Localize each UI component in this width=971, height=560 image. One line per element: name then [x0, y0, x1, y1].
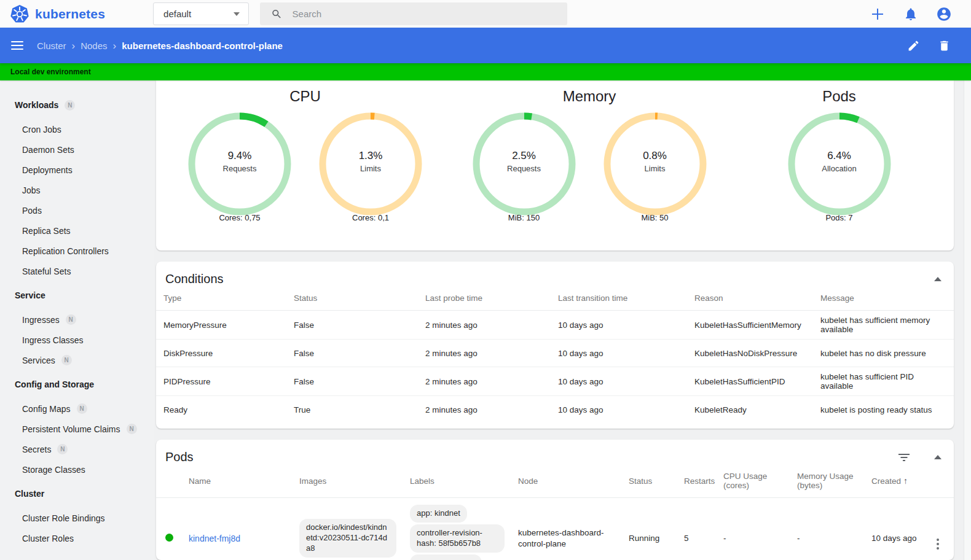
donut-row: 6.4%AllocationPods: 7	[788, 112, 891, 222]
breadcrumb-cluster[interactable]: Cluster	[37, 41, 66, 51]
donut-ring: 9.4%Requests	[188, 112, 291, 216]
pods-column-restarts[interactable]: Restarts	[677, 468, 716, 498]
donut-center-text: 0.8%Limits	[603, 107, 707, 216]
sidebar-item-stateful-sets[interactable]: Stateful Sets	[0, 261, 154, 281]
donut-label: Limits	[360, 164, 381, 173]
content: CPU9.4%RequestsCores: 0,751.3%LimitsCore…	[154, 80, 971, 560]
donut-ring: 0.8%Limits	[603, 112, 707, 216]
pods-column-label: Memory Usage (bytes)	[797, 472, 854, 490]
label-chip-row: controller-revision-hash: 58f5b657b8	[410, 524, 505, 553]
sidebar-item-config-maps[interactable]: Config MapsN	[0, 399, 154, 419]
pods-column-memory-usage-bytes[interactable]: Memory Usage (bytes)	[790, 468, 864, 498]
bell-icon	[903, 7, 918, 21]
sidebar-group-label: Service	[15, 290, 45, 300]
notifications-button[interactable]	[902, 6, 919, 23]
kubernetes-logo[interactable]: kubernetes	[10, 4, 105, 24]
donut-label: Allocation	[822, 164, 856, 173]
filter-icon[interactable]	[898, 454, 910, 461]
pods-column-label: Created	[871, 476, 901, 486]
pod-node-cell: kubernetes-dashboard-control-plane	[511, 498, 621, 560]
sidebar-item-secrets[interactable]: SecretsN	[0, 439, 154, 459]
label-chip: app: kindnet	[410, 505, 467, 523]
namespace-select[interactable]: default	[153, 2, 249, 25]
breadcrumb-nodes[interactable]: Nodes	[81, 41, 107, 51]
pod-labels-cell: app: kindnetcontroller-revision-hash: 58…	[403, 498, 511, 560]
conditions-cell: KubeletHasNoDiskPressure	[687, 340, 813, 367]
toolbar-actions	[905, 37, 960, 54]
conditions-cell: True	[286, 396, 418, 424]
pod-created-cell: 10 days ago	[864, 498, 929, 560]
pods-card: Pods NameImagesLabelsNodeStatusRestartsC…	[156, 440, 954, 560]
sidebar-item-storage-classes[interactable]: Storage Classes	[0, 459, 154, 480]
pods-column-created[interactable]: Created↑	[864, 468, 929, 498]
pods-column-label: Restarts	[684, 476, 715, 486]
delete-resource-button[interactable]	[935, 37, 953, 54]
logo-text: kubernetes	[35, 7, 105, 21]
conditions-column-reason: Reason	[687, 290, 813, 311]
create-resource-button[interactable]	[869, 6, 886, 23]
sidebar-item-ingresses[interactable]: IngressesN	[0, 309, 154, 330]
sidebar-item-replication-controllers[interactable]: Replication Controllers	[0, 241, 154, 261]
plus-icon	[872, 9, 883, 20]
pod-status-ok-icon	[165, 534, 173, 542]
pods-column-node[interactable]: Node	[511, 468, 621, 498]
pod-name-link[interactable]: kindnet-fmj8d	[189, 534, 240, 543]
pods-column-labels[interactable]: Labels	[403, 468, 511, 498]
edit-resource-button[interactable]	[905, 37, 922, 54]
sidebar-item-cluster-roles[interactable]: Cluster Roles	[0, 528, 154, 548]
scrollbar[interactable]	[964, 80, 971, 560]
sidebar-item-label: Secrets	[22, 445, 51, 454]
pods-column-cpu-usage-cores[interactable]: CPU Usage (cores)	[716, 468, 790, 498]
search-input[interactable]	[293, 9, 560, 19]
donut-row: 9.4%RequestsCores: 0,751.3%LimitsCores: …	[188, 112, 422, 222]
pods-column-images[interactable]: Images	[292, 468, 403, 498]
table-row: kindnet-fmj8ddocker.io/kindest/kindnetd:…	[156, 498, 954, 560]
collapse-pods-icon[interactable]	[934, 455, 942, 459]
pods-column-name[interactable]: Name	[181, 468, 292, 498]
search-bar	[260, 2, 567, 25]
sidebar-group-workloads[interactable]: WorkloadsN	[0, 95, 154, 115]
sidebar-item-cron-jobs[interactable]: Cron Jobs	[0, 119, 154, 139]
conditions-card: Conditions TypeStatusLast probe timeLast…	[156, 262, 954, 429]
sidebar-item-daemon-sets[interactable]: Daemon Sets	[0, 139, 154, 160]
app-header: kubernetes default	[0, 0, 971, 28]
sidebar-item-services[interactable]: ServicesN	[0, 350, 154, 370]
dropdown-caret-icon	[234, 12, 240, 16]
image-chip: docker.io/kindest/kindnetd:v20230511-dc7…	[299, 519, 396, 558]
conditions-cell: False	[286, 340, 418, 367]
pods-column-label: Name	[189, 476, 211, 486]
sidebar-group-config-and-storage[interactable]: Config and Storage	[0, 374, 154, 395]
sidebar-item-cluster-role-bindings[interactable]: Cluster Role Bindings	[0, 508, 154, 528]
table-row: ReadyTrue2 minutes ago10 days agoKubelet…	[156, 396, 954, 424]
sidebar-item-label: Cluster Roles	[22, 534, 74, 543]
conditions-cell: KubeletReady	[687, 396, 813, 424]
donut-chart-requests: 2.5%RequestsMiB: 150	[473, 112, 576, 222]
search-icon	[271, 8, 283, 20]
donut-ring: 2.5%Requests	[473, 112, 576, 216]
collapse-conditions-icon[interactable]	[934, 277, 942, 281]
donut-percent: 6.4%	[827, 150, 851, 162]
sidebar-item-label: Storage Classes	[22, 465, 85, 475]
pods-table: NameImagesLabelsNodeStatusRestartsCPU Us…	[156, 468, 954, 560]
sidebar-item-label: Cron Jobs	[22, 125, 61, 134]
user-account-button[interactable]	[935, 6, 953, 23]
sidebar-item-replica-sets[interactable]: Replica Sets	[0, 220, 154, 241]
sidebar-item-persistent-volume-claims[interactable]: Persistent Volume ClaimsN	[0, 419, 154, 439]
sidebar-item-pods[interactable]: Pods	[0, 200, 154, 220]
sidebar-item-jobs[interactable]: Jobs	[0, 180, 154, 200]
label-chip-row: k8s-app: kindnet	[410, 554, 505, 560]
sidebar-item-deployments[interactable]: Deployments	[0, 160, 154, 180]
conditions-cell: MemoryPressure	[156, 311, 286, 340]
menu-hamburger-button[interactable]	[11, 41, 23, 50]
sidebar-group-cluster[interactable]: Cluster	[0, 483, 154, 504]
conditions-column-last-transition-time: Last transition time	[551, 290, 687, 311]
sidebar-item-ingress-classes[interactable]: Ingress Classes	[0, 330, 154, 350]
sidebar-item-label: Replica Sets	[22, 226, 71, 236]
pods-column-status[interactable]: Status	[621, 468, 677, 498]
table-row: PIDPressureFalse2 minutes ago10 days ago…	[156, 367, 954, 396]
conditions-cell: kubelet is posting ready status	[813, 396, 954, 424]
label-chip-row: app: kindnet	[410, 505, 505, 523]
sidebar-group-service[interactable]: Service	[0, 285, 154, 306]
conditions-cell: kubelet has sufficient memory available	[813, 311, 954, 340]
sidebar-item-label: Daemon Sets	[22, 145, 74, 155]
